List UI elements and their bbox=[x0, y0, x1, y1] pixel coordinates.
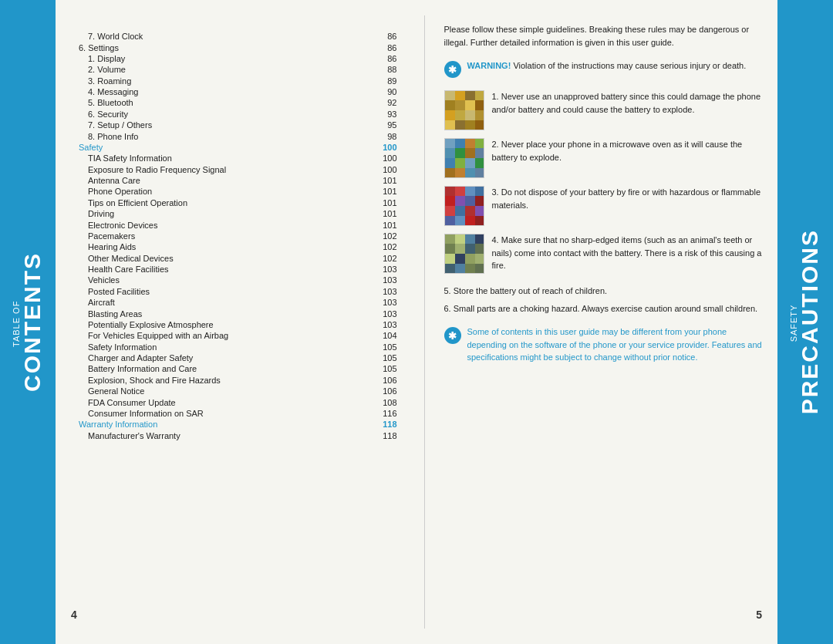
svg-rect-17 bbox=[455, 138, 465, 148]
svg-rect-36 bbox=[445, 196, 455, 206]
toc-page-number: 118 bbox=[374, 420, 397, 429]
toc-label: Hearing Aids bbox=[88, 242, 374, 251]
svg-rect-19 bbox=[475, 138, 484, 148]
toc-item: Battery Information and Care105 bbox=[79, 363, 397, 374]
svg-rect-25 bbox=[455, 158, 465, 168]
toc-item: Tips on Efficient Operation101 bbox=[79, 197, 397, 208]
svg-rect-41 bbox=[455, 206, 465, 216]
precaution-item: 3. Do not dispose of your battery by fir… bbox=[444, 186, 763, 226]
svg-rect-11 bbox=[475, 110, 484, 120]
toc-item: General Notice106 bbox=[79, 386, 397, 396]
svg-rect-27 bbox=[475, 158, 484, 168]
toc-label: FDA Consumer Update bbox=[88, 398, 374, 407]
toc-page-number: 95 bbox=[374, 120, 397, 130]
toc-page-number: 103 bbox=[374, 265, 397, 274]
toc-page-number: 102 bbox=[374, 242, 397, 251]
toc-label: Health Care Facilities bbox=[88, 265, 374, 274]
toc-item: Antenna Care101 bbox=[79, 175, 397, 186]
svg-rect-3 bbox=[475, 90, 484, 100]
toc-label: Pacemakers bbox=[88, 231, 374, 241]
precaution-image-4 bbox=[444, 234, 484, 274]
toc-item: 8. Phone Info98 bbox=[79, 130, 397, 141]
precaution-text: 1. Never use an unapproved battery since… bbox=[492, 90, 763, 116]
svg-rect-13 bbox=[455, 120, 465, 130]
toc-item: 6. Settings86 bbox=[79, 42, 397, 52]
toc-item: Warranty Information118 bbox=[79, 419, 397, 430]
toc-page-number: 105 bbox=[374, 353, 397, 362]
svg-rect-26 bbox=[465, 158, 475, 168]
toc-page-number: 89 bbox=[374, 76, 397, 86]
toc-item: Vehicles103 bbox=[79, 275, 397, 285]
toc-label: Aircraft bbox=[88, 298, 374, 307]
svg-rect-31 bbox=[475, 168, 484, 178]
toc-page-number: 105 bbox=[374, 364, 397, 373]
toc-label: 6. Security bbox=[88, 110, 374, 119]
svg-rect-37 bbox=[455, 196, 465, 206]
toc-page-number: 102 bbox=[374, 231, 397, 241]
svg-rect-29 bbox=[455, 168, 465, 178]
precautions-label: SAFETY PRECAUTIONS bbox=[790, 229, 821, 414]
toc-item: 5. Bluetooth92 bbox=[79, 97, 397, 108]
page-number-left: 4 bbox=[71, 609, 77, 621]
toc-item: 1. Display86 bbox=[79, 53, 397, 64]
svg-rect-40 bbox=[445, 206, 455, 216]
warning-icon: ✱ bbox=[444, 61, 461, 78]
toc-label: Potentially Explosive Atmosphere bbox=[88, 320, 374, 329]
svg-rect-15 bbox=[475, 120, 484, 130]
svg-rect-0 bbox=[445, 90, 455, 100]
toc-item: Hearing Aids102 bbox=[79, 241, 397, 252]
toc-page-number: 101 bbox=[374, 187, 397, 196]
svg-rect-16 bbox=[445, 138, 455, 148]
warning-box: ✱ WARNING! Violation of the instructions… bbox=[444, 59, 763, 78]
svg-rect-51 bbox=[475, 234, 484, 244]
toc-page-number: 116 bbox=[374, 409, 397, 418]
toc-item: Potentially Explosive Atmosphere103 bbox=[79, 319, 397, 330]
toc-label: Safety Information bbox=[88, 342, 374, 352]
warning-detail: Violation of the instructions may cause … bbox=[513, 61, 746, 70]
svg-rect-18 bbox=[465, 138, 475, 148]
toc-item: Other Medical Devices102 bbox=[79, 253, 397, 264]
precaution-text: 4. Make sure that no sharp-edged items (… bbox=[492, 234, 763, 272]
toc-label: Safety bbox=[79, 143, 374, 152]
toc-label: For Vehicles Equipped with an Airbag bbox=[88, 331, 374, 340]
toc-item: Driving101 bbox=[79, 208, 397, 219]
left-sidebar: TABLE OF CONTENTS bbox=[0, 0, 56, 644]
toc-page-number: 106 bbox=[374, 386, 397, 396]
toc-page-number: 118 bbox=[374, 431, 397, 440]
svg-rect-10 bbox=[465, 110, 475, 120]
svg-rect-52 bbox=[445, 244, 455, 254]
svg-rect-35 bbox=[475, 186, 484, 196]
svg-rect-62 bbox=[465, 264, 475, 274]
intro-text: Please follow these simple guidelines. B… bbox=[444, 23, 763, 49]
precautions-page: Please follow these simple guidelines. B… bbox=[429, 15, 778, 629]
extra-items: 5. Store the battery out of reach of chi… bbox=[444, 285, 763, 315]
toc-page-number: 100 bbox=[374, 165, 397, 174]
precaution-item: 4. Make sure that no sharp-edged items (… bbox=[444, 234, 763, 274]
toc-label: 7. Setup / Others bbox=[88, 120, 374, 130]
toc-item: For Vehicles Equipped with an Airbag104 bbox=[79, 330, 397, 341]
toc-label: TIA Safety Information bbox=[88, 153, 374, 163]
svg-rect-63 bbox=[475, 264, 484, 274]
toc-label: Explosion, Shock and Fire Hazards bbox=[88, 376, 374, 385]
toc-label: Phone Operation bbox=[88, 187, 374, 196]
svg-rect-47 bbox=[475, 216, 484, 226]
toc-label: Other Medical Devices bbox=[88, 254, 374, 263]
toc-label: Driving bbox=[88, 209, 374, 218]
svg-rect-39 bbox=[475, 196, 484, 206]
toc-label: 3. Roaming bbox=[88, 76, 374, 86]
toc-label: Posted Facilities bbox=[88, 287, 374, 296]
extra-precaution-item: 5. Store the battery out of reach of chi… bbox=[444, 285, 763, 298]
toc-item: 2. Volume88 bbox=[79, 64, 397, 75]
toc-page-number: 102 bbox=[374, 254, 397, 263]
svg-rect-54 bbox=[465, 244, 475, 254]
svg-rect-55 bbox=[475, 244, 484, 254]
precaution-text: 3. Do not dispose of your battery by fir… bbox=[492, 186, 763, 211]
svg-rect-12 bbox=[445, 120, 455, 130]
toc-page-number: 90 bbox=[374, 87, 397, 96]
precaution-item: 2. Never place your phone in a microwave… bbox=[444, 138, 763, 178]
svg-rect-1 bbox=[455, 90, 465, 100]
svg-rect-24 bbox=[445, 158, 455, 168]
precaution-image-1 bbox=[444, 90, 484, 130]
toc-label: Electronic Devices bbox=[88, 221, 374, 230]
toc-item: 6. Security93 bbox=[79, 109, 397, 120]
